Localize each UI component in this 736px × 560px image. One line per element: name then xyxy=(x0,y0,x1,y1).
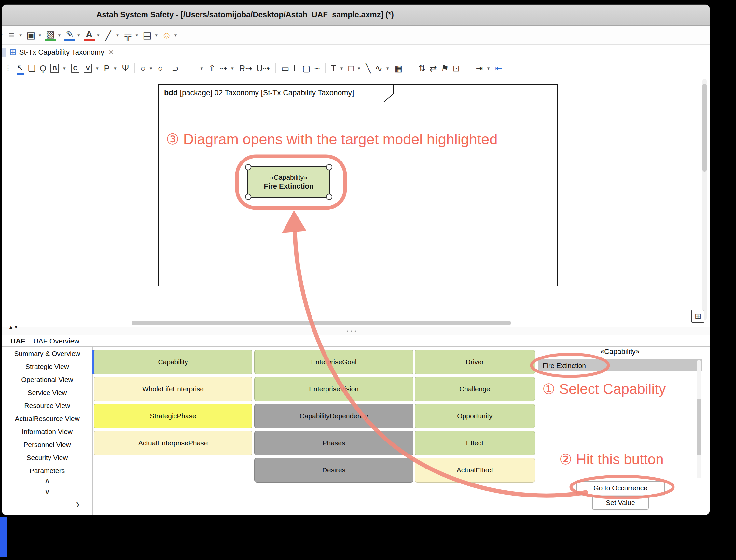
sidebar-item-summary-overview[interactable]: Summary & Overview xyxy=(2,347,92,360)
copy-format-icon[interactable]: ▣ xyxy=(25,29,36,41)
dropdown-caret[interactable]: ▾ xyxy=(63,65,66,71)
scrollbar-thumb[interactable] xyxy=(702,84,707,172)
dropdown-caret[interactable]: ▾ xyxy=(39,32,41,38)
page-icon[interactable]: ▢ xyxy=(303,63,311,74)
distribute-horizontal-icon[interactable]: ⇄ xyxy=(430,63,437,74)
line-tool-icon[interactable]: — xyxy=(188,63,196,74)
sidebar-item-strategic-view[interactable]: Strategic View xyxy=(2,360,92,373)
scroll-up-icon[interactable]: ∧ xyxy=(2,476,92,485)
font-color-icon[interactable]: A xyxy=(84,29,95,41)
grid-block-icon[interactable]: ▤ xyxy=(142,29,153,41)
fill-color-icon[interactable]: ▧ xyxy=(45,29,56,41)
grid-cell-driver[interactable]: Driver xyxy=(415,350,535,374)
capability-node[interactable]: «Capability» Fire Extinction xyxy=(248,166,330,198)
pen-color-icon[interactable]: ✎ xyxy=(64,29,75,41)
circle-tool-icon[interactable]: ○ xyxy=(140,63,146,74)
line-segment-icon[interactable]: ╱ xyxy=(103,29,114,41)
pin-icon[interactable]: Ϙ xyxy=(40,63,46,74)
dashes-icon[interactable]: ┈ xyxy=(315,63,320,74)
sidebar-item-parameters[interactable]: Parameters xyxy=(2,464,92,475)
list-scrollbar[interactable] xyxy=(697,360,701,478)
sidebar-item-information-view[interactable]: Information View xyxy=(2,425,92,438)
diagonal-line-icon[interactable]: ╲ xyxy=(366,63,371,74)
selection-handle[interactable] xyxy=(326,194,333,200)
dropdown-caret[interactable]: ▾ xyxy=(201,65,203,71)
generalization-icon[interactable]: ⇧ xyxy=(208,63,216,74)
note-icon[interactable]: ▭ xyxy=(281,63,290,74)
hierarchy-icon[interactable]: ╦ xyxy=(122,29,134,41)
curve-tool-icon[interactable]: ∿ xyxy=(375,63,382,74)
dropdown-caret[interactable]: ▾ xyxy=(386,65,389,71)
realization-icon[interactable]: R⇢ xyxy=(239,63,253,74)
list-item-fire-extinction[interactable]: Fire Extinction xyxy=(538,359,702,371)
tab-uaf[interactable]: UAF xyxy=(10,337,25,345)
target-dot-icon[interactable]: ⊡ xyxy=(453,63,460,74)
connector-end-icon[interactable]: ⇤ xyxy=(495,63,502,74)
dropdown-caret[interactable]: ▾ xyxy=(20,32,22,38)
splitter-handle-icon[interactable]: ··· xyxy=(347,327,359,336)
dropdown-caret[interactable]: ▾ xyxy=(78,32,80,38)
dropdown-caret[interactable]: ▾ xyxy=(175,32,177,38)
actor-icon[interactable]: Ψ xyxy=(122,63,129,74)
distribute-vertical-icon[interactable]: ⇅ xyxy=(418,63,425,74)
dropdown-caret[interactable]: ▾ xyxy=(114,65,117,71)
boundary-c-icon[interactable]: C xyxy=(71,64,80,73)
dependency-icon[interactable]: ⇢ xyxy=(220,63,227,74)
dropdown-caret[interactable]: ▾ xyxy=(231,65,234,71)
align-lines-icon[interactable]: ≡ xyxy=(6,29,17,41)
canvas-vertical-scrollbar[interactable] xyxy=(702,79,707,320)
panel-collapse-icon[interactable]: ▲▼ xyxy=(8,324,19,329)
grid-cell-actualenterprisephase[interactable]: ActualEnterprisePhase xyxy=(94,431,252,455)
toolbar-grip[interactable]: ⋮ xyxy=(5,64,12,73)
usage-icon[interactable]: U⇢ xyxy=(257,63,270,74)
rect-tool-icon[interactable]: □ xyxy=(348,63,354,74)
port-p-icon[interactable]: P xyxy=(104,63,110,74)
tab-close-icon[interactable]: × xyxy=(109,47,114,57)
dropdown-caret[interactable]: ▾ xyxy=(358,65,361,71)
go-to-occurrence-button[interactable]: Go to Occurrence xyxy=(576,481,665,495)
grid-cell-actualeffect[interactable]: ActualEffect xyxy=(415,458,535,483)
grid-cell-phases[interactable]: Phases xyxy=(254,431,413,455)
sidebar-item-operational-view[interactable]: Operational View xyxy=(2,373,92,386)
grid-cell-desires[interactable]: Desires xyxy=(254,458,413,483)
dropdown-caret[interactable]: ▾ xyxy=(2,32,3,38)
selection-handle[interactable] xyxy=(326,164,333,170)
image-tool-icon[interactable]: ▦ xyxy=(394,63,403,74)
panel-splitter[interactable]: ▲▼ ··· xyxy=(2,327,710,336)
dropdown-caret[interactable]: ▾ xyxy=(150,65,152,71)
boundary-b-icon[interactable]: B xyxy=(50,64,59,73)
set-value-button[interactable]: Set Value xyxy=(592,496,649,510)
boundary-v-icon[interactable]: V xyxy=(84,64,92,73)
dropdown-caret[interactable]: ▾ xyxy=(116,32,119,38)
dropdown-caret[interactable]: ▾ xyxy=(341,65,343,71)
emoji-icon[interactable]: ☺ xyxy=(161,29,172,41)
grid-cell-challenge[interactable]: Challenge xyxy=(415,377,535,401)
dropdown-caret[interactable]: ▾ xyxy=(155,32,158,38)
diagram-canvas[interactable]: bdd [package] 02 Taxonomy [St-Tx Capabil… xyxy=(2,77,710,327)
selection-handle[interactable] xyxy=(245,194,251,200)
dropdown-caret[interactable]: ▾ xyxy=(96,65,99,71)
diagram-overview-icon[interactable]: ⊞ xyxy=(691,310,704,323)
canvas-horizontal-scrollbar[interactable] xyxy=(132,321,511,325)
grid-cell-opportunity[interactable]: Opportunity xyxy=(415,404,535,428)
expand-right-icon[interactable]: › xyxy=(76,497,79,511)
dropdown-caret[interactable]: ▾ xyxy=(487,65,490,71)
scrollbar-thumb[interactable] xyxy=(697,399,701,455)
sidebar-item-personnel-view[interactable]: Personnel View xyxy=(2,438,92,451)
folder-icon[interactable]: ❏ xyxy=(28,63,35,74)
dropdown-caret[interactable]: ▾ xyxy=(58,32,61,38)
title-bar[interactable]: Astah System Safety - [/Users/satomijoba… xyxy=(2,5,710,26)
pushpin-icon[interactable]: ⚑ xyxy=(440,62,449,74)
select-cursor-icon[interactable]: ↖ xyxy=(17,62,24,75)
sidebar-item-service-view[interactable]: Service View xyxy=(2,386,92,399)
grid-cell-capabilitydependency[interactable]: CapabilityDependency xyxy=(254,404,413,428)
grid-cell-capability[interactable]: Capability xyxy=(94,350,252,374)
grid-cell-wholelifeenterprise[interactable]: WholeLifeEnterprise xyxy=(94,377,252,401)
grid-cell-enterprisevision[interactable]: EnterpriseVision xyxy=(254,377,413,401)
dropdown-caret[interactable]: ▾ xyxy=(136,32,138,38)
grid-cell-strategicphase[interactable]: StrategicPhase xyxy=(94,404,252,428)
tab-uaf-overview[interactable]: UAF Overview xyxy=(33,337,79,345)
sidebar-item-actualresource-view[interactable]: ActualResource View xyxy=(2,412,92,425)
grid-cell-enterprisegoal[interactable]: EnterpriseGoal xyxy=(254,350,413,374)
sidebar-item-resource-view[interactable]: Resource View xyxy=(2,399,92,412)
